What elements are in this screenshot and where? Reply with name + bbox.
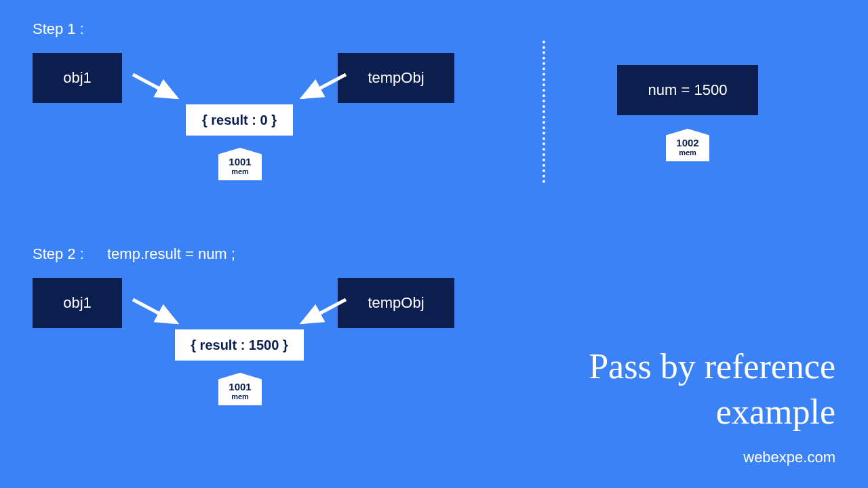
svg-line-5: [133, 300, 176, 323]
step1-mem-1002: 1002 mem: [666, 129, 709, 161]
step2-obj1-box: obj1: [33, 278, 122, 328]
step2-result-box: { result : 1500 }: [175, 329, 304, 361]
title-line2: example: [589, 389, 835, 435]
mem-label: mem: [679, 149, 696, 157]
mem-addr: 1002: [676, 138, 698, 148]
site-credit: webexpe.com: [743, 449, 835, 466]
divider: [542, 41, 545, 183]
svg-line-1: [133, 75, 176, 98]
mem-addr: 1001: [229, 157, 251, 167]
arrow-tempobj-to-result-2: [290, 293, 351, 333]
svg-line-7: [302, 300, 346, 323]
num-box: num = 1500: [617, 65, 758, 115]
step2-tempobj-box: tempObj: [338, 278, 454, 328]
step1-obj1-box: obj1: [33, 53, 122, 103]
title-line1: Pass by reference: [589, 344, 835, 390]
step1-tempobj-box: tempObj: [338, 53, 454, 103]
step1-label: Step 1 :: [33, 20, 84, 38]
step2-code: temp.result = num ;: [107, 245, 235, 263]
diagram-title: Pass by reference example: [589, 344, 835, 435]
step2-label: Step 2 :: [33, 245, 84, 263]
mem-label: mem: [231, 393, 249, 401]
arrow-obj1-to-result-2: [127, 293, 189, 333]
arrow-obj1-to-result: [127, 68, 189, 108]
step1-mem-1001: 1001 mem: [218, 148, 262, 180]
svg-line-3: [302, 75, 346, 98]
arrow-tempobj-to-result: [290, 68, 351, 108]
step2-mem-1001: 1001 mem: [218, 373, 262, 405]
mem-addr: 1001: [229, 382, 251, 392]
step1-result-box: { result : 0 }: [186, 104, 293, 136]
mem-label: mem: [231, 168, 249, 176]
